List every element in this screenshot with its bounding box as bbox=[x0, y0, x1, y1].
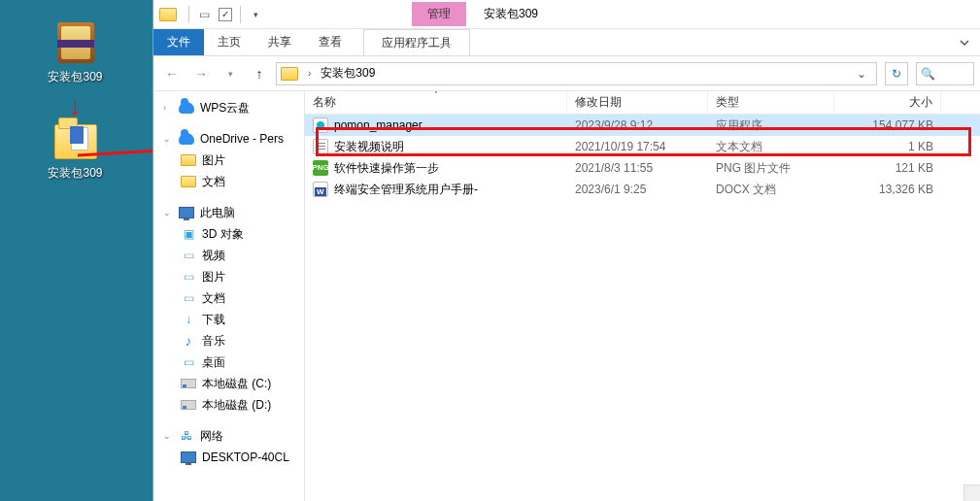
file-row[interactable]: pomon_manager2023/9/28 9:12应用程序154,077 K… bbox=[305, 115, 980, 136]
column-name[interactable]: ˄名称 bbox=[305, 91, 567, 114]
breadcrumb[interactable]: › 安装包309 ⌄ bbox=[276, 62, 877, 85]
tree-desktop[interactable]: ▭桌面 bbox=[153, 351, 304, 373]
navigation-tree: ›WPS云盘 ⌄OneDrive - Pers 图片 文档 ⌄此电脑 ▣3D 对… bbox=[153, 91, 305, 501]
folder-icon bbox=[181, 176, 196, 187]
column-size[interactable]: 大小 bbox=[834, 91, 941, 114]
ribbon-contextual-tab: 管理 bbox=[412, 2, 466, 26]
tree-network-pc[interactable]: DESKTOP-40CL bbox=[153, 447, 304, 468]
window-title: 安装包309 bbox=[484, 6, 538, 22]
up-button[interactable]: ↑ bbox=[247, 61, 272, 86]
tree-documents[interactable]: 文档 bbox=[153, 171, 304, 192]
picture-icon: ▭ bbox=[181, 269, 196, 284]
pc-icon bbox=[181, 451, 196, 463]
file-size: 13,326 KB bbox=[834, 183, 941, 196]
file-icon bbox=[313, 139, 328, 154]
folder-icon bbox=[181, 154, 196, 166]
recent-dropdown[interactable]: ▾ bbox=[218, 61, 243, 86]
cloud-icon bbox=[179, 102, 194, 114]
view-tab[interactable]: 查看 bbox=[305, 29, 355, 55]
folder-icon bbox=[281, 67, 298, 81]
file-type: 文本文档 bbox=[708, 139, 834, 155]
music-icon: ♪ bbox=[181, 333, 196, 349]
chevron-right-icon[interactable]: › bbox=[304, 68, 315, 79]
home-tab[interactable]: 主页 bbox=[204, 29, 254, 55]
tree-music[interactable]: ♪音乐 bbox=[153, 330, 304, 351]
share-tab[interactable]: 共享 bbox=[254, 29, 305, 55]
file-list: ˄名称 修改日期 类型 大小 pomon_manager2023/9/28 9:… bbox=[305, 91, 980, 501]
column-headers: ˄名称 修改日期 类型 大小 bbox=[305, 91, 980, 115]
tree-downloads[interactable]: ↓下载 bbox=[153, 309, 304, 330]
tree-disk-c[interactable]: 本地磁盘 (C:) bbox=[153, 373, 304, 394]
qat-dropdown[interactable]: ▾ bbox=[245, 4, 266, 25]
explorer-window: ▭ ✓ ▾ 管理 安装包309 文件 主页 共享 查看 应用程序工具 ← → ▾… bbox=[152, 0, 980, 501]
file-tab[interactable]: 文件 bbox=[153, 29, 204, 55]
file-date: 2023/9/28 9:12 bbox=[567, 118, 708, 132]
search-input[interactable]: 🔍 bbox=[916, 62, 974, 85]
file-row[interactable]: 终端安全管理系统用户手册-2023/6/1 9:25DOCX 文档13,326 … bbox=[305, 179, 980, 200]
file-name: 终端安全管理系统用户手册- bbox=[334, 182, 478, 198]
file-icon bbox=[313, 117, 328, 133]
tree-pictures2[interactable]: ▭图片 bbox=[153, 266, 304, 287]
down-arrow-icon: ↓ bbox=[29, 96, 121, 116]
file-icon: PNG bbox=[313, 160, 328, 176]
file-name: 软件快速操作第一步 bbox=[334, 160, 439, 177]
quick-access-toolbar: ▭ ✓ ▾ bbox=[185, 4, 266, 25]
chevron-down-icon bbox=[959, 37, 970, 49]
file-date: 2021/10/19 17:54 bbox=[567, 140, 708, 153]
file-type: PNG 图片文件 bbox=[708, 160, 834, 177]
tree-videos[interactable]: ▭视频 bbox=[153, 245, 304, 266]
file-icon bbox=[313, 182, 328, 197]
sort-asc-icon: ˄ bbox=[434, 91, 438, 99]
titlebar: ▭ ✓ ▾ 管理 安装包309 bbox=[153, 0, 980, 29]
tree-disk-d[interactable]: 本地磁盘 (D:) bbox=[153, 394, 304, 416]
refresh-button[interactable]: ↻ bbox=[885, 62, 908, 85]
tree-network[interactable]: ⌄🖧网络 bbox=[153, 425, 304, 447]
file-type: 应用程序 bbox=[708, 117, 834, 134]
tree-wps-cloud[interactable]: ›WPS云盘 bbox=[153, 97, 304, 118]
ribbon-expand-button[interactable] bbox=[949, 29, 980, 55]
qat-check-button[interactable]: ✓ bbox=[215, 4, 236, 25]
back-button[interactable]: ← bbox=[159, 61, 185, 86]
breadcrumb-dropdown[interactable]: ⌄ bbox=[851, 67, 872, 81]
file-size: 121 KB bbox=[834, 161, 941, 175]
tree-3d-objects[interactable]: ▣3D 对象 bbox=[153, 223, 304, 245]
folder-icon bbox=[52, 116, 99, 162]
column-date[interactable]: 修改日期 bbox=[567, 91, 708, 114]
ribbon-tabs: 文件 主页 共享 查看 应用程序工具 bbox=[153, 29, 980, 56]
column-type[interactable]: 类型 bbox=[708, 91, 834, 114]
app-tools-tab[interactable]: 应用程序工具 bbox=[363, 29, 470, 55]
file-name: 安装视频说明 bbox=[334, 139, 404, 155]
disk-icon bbox=[181, 400, 196, 410]
file-date: 2023/6/1 9:25 bbox=[567, 183, 708, 196]
file-date: 2021/8/3 11:55 bbox=[567, 161, 708, 175]
network-icon: 🖧 bbox=[179, 428, 194, 444]
tree-documents2[interactable]: ▭文档 bbox=[153, 287, 304, 309]
file-row[interactable]: 安装视频说明2021/10/19 17:54文本文档1 KB bbox=[305, 136, 980, 157]
tree-onedrive[interactable]: ⌄OneDrive - Pers bbox=[153, 128, 304, 150]
desktop-icon: ▭ bbox=[181, 354, 196, 370]
pc-icon bbox=[179, 207, 194, 218]
download-icon: ↓ bbox=[181, 312, 196, 327]
cube-icon: ▣ bbox=[181, 226, 196, 242]
file-size: 154,077 KB bbox=[834, 118, 941, 132]
desktop-icon-rar[interactable]: 安装包309 bbox=[29, 19, 121, 86]
forward-button[interactable]: → bbox=[188, 61, 214, 86]
file-size: 1 KB bbox=[834, 140, 941, 153]
desktop-icon-folder[interactable]: 安装包309 bbox=[29, 116, 121, 183]
disk-icon bbox=[181, 379, 196, 388]
video-icon: ▭ bbox=[181, 248, 196, 263]
window-icon bbox=[159, 8, 177, 21]
cloud-icon bbox=[179, 133, 194, 145]
desktop-icon-label: 安装包309 bbox=[45, 68, 105, 86]
desktop-icon-label: 安装包309 bbox=[45, 164, 105, 183]
file-name: pomon_manager bbox=[334, 118, 422, 132]
file-row[interactable]: PNG软件快速操作第一步2021/8/3 11:55PNG 图片文件121 KB bbox=[305, 157, 980, 179]
address-bar: ← → ▾ ↑ › 安装包309 ⌄ ↻ 🔍 bbox=[153, 56, 980, 91]
file-type: DOCX 文档 bbox=[708, 182, 834, 198]
search-icon: 🔍 bbox=[921, 67, 935, 81]
tree-this-pc[interactable]: ⌄此电脑 bbox=[153, 202, 304, 223]
breadcrumb-item[interactable]: 安装包309 bbox=[317, 65, 379, 82]
scroll-corner bbox=[963, 484, 980, 501]
tree-pictures[interactable]: 图片 bbox=[153, 150, 304, 171]
qat-properties-button[interactable]: ▭ bbox=[193, 4, 215, 25]
